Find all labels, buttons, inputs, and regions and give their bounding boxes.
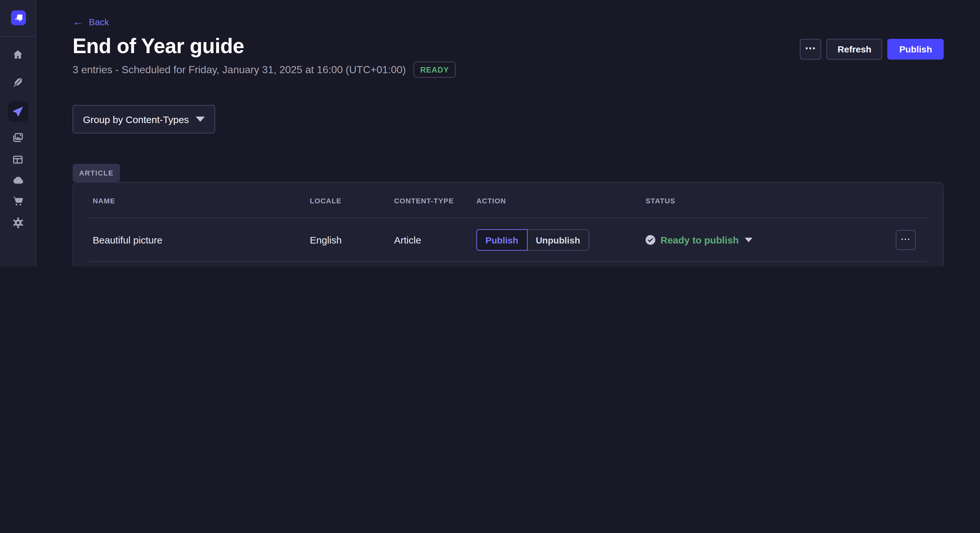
sidebar-item-cloud[interactable]	[0, 170, 36, 190]
group-by-label: Group by Content-Types	[83, 114, 189, 125]
back-arrow-icon: ←	[73, 17, 83, 27]
entry-status-dropdown[interactable]: Ready to publish	[646, 235, 896, 246]
sidebar-item-content-type-builder[interactable]	[0, 149, 36, 170]
group-by-select[interactable]: Group by Content-Types	[73, 105, 215, 133]
sidebar-item-content-manager[interactable]	[0, 72, 36, 93]
entry-name: Beautiful picture	[93, 235, 310, 246]
chevron-down-icon	[745, 238, 752, 242]
sidebar-item-media-library[interactable]	[0, 127, 36, 148]
paper-plane-icon	[12, 106, 24, 117]
strapi-logo-icon	[11, 11, 25, 25]
column-header-locale: LOCALE	[310, 197, 394, 204]
table-row: A bug is becoming a meme on the internet…	[73, 262, 943, 266]
sidebar-divider-top	[0, 36, 36, 37]
sidebar-item-releases[interactable]	[8, 101, 29, 122]
page-title: End of Year guide	[73, 34, 244, 58]
sidebar-item-marketplace[interactable]	[0, 190, 36, 211]
chevron-down-icon	[196, 117, 205, 122]
release-subline: 3 entries - Scheduled for Friday, Januar…	[73, 62, 455, 78]
home-icon	[12, 49, 23, 60]
release-more-button[interactable]: ⋯	[800, 39, 821, 60]
header-actions: ⋯ Refresh Publish	[800, 39, 944, 60]
cloud-icon	[12, 174, 24, 186]
ready-status-badge: READY	[414, 62, 455, 78]
row-publish-button[interactable]: Publish	[476, 229, 527, 251]
sidebar: KD	[0, 0, 36, 266]
column-header-status: STATUS	[646, 197, 896, 204]
feather-icon	[12, 77, 23, 88]
app-root: KD ← Back End of Year guide 3 entries - …	[0, 0, 980, 266]
sidebar-item-home[interactable]	[0, 44, 36, 65]
entries-table: NAME LOCALE CONTENT-TYPE ACTION STATUS B…	[73, 182, 944, 266]
row-unpublish-button[interactable]: Unpublish	[527, 229, 589, 251]
refresh-button[interactable]: Refresh	[827, 39, 883, 60]
content-group-badge: ARTICLE	[73, 164, 120, 182]
column-header-content-type: CONTENT-TYPE	[394, 197, 476, 204]
table-header-row: NAME LOCALE CONTENT-TYPE ACTION STATUS	[73, 182, 943, 218]
back-link[interactable]: ← Back	[73, 17, 109, 27]
layout-icon	[12, 154, 23, 165]
action-toggle: Publish Unpublish	[476, 229, 646, 251]
media-library-icon	[12, 132, 23, 143]
release-subtitle: 3 entries - Scheduled for Friday, Januar…	[73, 64, 406, 75]
strapi-logo[interactable]	[11, 10, 26, 25]
check-circle-icon	[646, 235, 655, 245]
publish-release-button[interactable]: Publish	[888, 39, 944, 60]
entry-status-label: Ready to publish	[660, 235, 739, 246]
column-header-action: ACTION	[476, 197, 646, 204]
cart-icon	[12, 195, 23, 206]
gear-icon	[12, 217, 24, 228]
back-label: Back	[89, 17, 109, 27]
entry-content-type: Article	[394, 235, 476, 246]
table-row: Beautiful picture English Article Publis…	[73, 218, 943, 262]
entry-locale: English	[310, 235, 394, 246]
column-header-name: NAME	[93, 197, 310, 204]
row-more-button[interactable]: ⋯	[896, 230, 916, 250]
sidebar-item-settings[interactable]	[0, 213, 36, 233]
